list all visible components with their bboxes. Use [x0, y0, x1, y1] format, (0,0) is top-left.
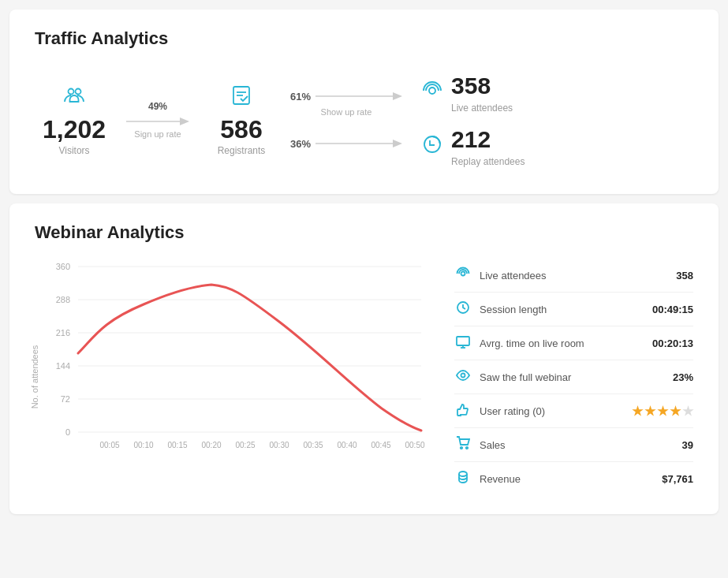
- visitors-metric: 1,202 Visitors: [35, 84, 114, 156]
- svg-text:216: 216: [56, 328, 70, 337]
- replay-pct-block: 36%: [290, 138, 311, 150]
- stat-rating-name: User rating (0): [480, 405, 624, 417]
- showup-rate-label: Show up rate: [321, 107, 372, 117]
- svg-text:00:10: 00:10: [133, 441, 153, 449]
- live-arrow: [315, 88, 402, 104]
- svg-marker-10: [393, 140, 402, 147]
- svg-text:00:05: 00:05: [99, 441, 119, 449]
- stat-live-value: 358: [676, 270, 693, 282]
- live-stat-icon: [454, 267, 472, 284]
- screen-stat-icon: [454, 334, 472, 352]
- stats-table: Live attendees 358 Session length 00:49:…: [454, 259, 693, 495]
- visitors-icon: [63, 84, 85, 112]
- stat-full-name: Saw the full webinar: [480, 371, 665, 383]
- live-attendees-metric: 358 Live attendees: [421, 73, 525, 114]
- svg-point-0: [69, 88, 74, 94]
- right-metrics: 358 Live attendees 212: [421, 73, 525, 167]
- svg-point-43: [459, 472, 467, 476]
- replay-pct-text: 36%: [290, 138, 311, 150]
- stat-sales-name: Sales: [480, 439, 674, 451]
- live-fork-row: 61%: [290, 88, 402, 104]
- stat-rating-stars: ★ ★ ★ ★ ★: [632, 404, 693, 419]
- registrants-metric: 586 Registrants: [202, 84, 281, 156]
- signup-rate-pct: 49%: [148, 101, 167, 112]
- stat-session-length: Session length 00:49:15: [454, 293, 693, 326]
- replay-attendees-label: Replay attendees: [451, 156, 525, 167]
- svg-text:00:50: 00:50: [405, 441, 424, 449]
- cart-stat-icon: [454, 436, 472, 453]
- live-attendees-icon: [421, 80, 443, 106]
- star-3: ★: [657, 404, 668, 419]
- visitors-label: Visitors: [58, 145, 89, 156]
- stat-live-attendees: Live attendees 358: [454, 259, 693, 293]
- stat-full-value: 23%: [673, 371, 693, 383]
- stat-revenue: Revenue $7,761: [454, 462, 693, 495]
- replay-attendees-value: 212: [451, 126, 525, 153]
- stat-session-value: 00:49:15: [652, 304, 693, 315]
- webinar-analytics-section: Webinar Analytics No. of attendees 360 2…: [9, 203, 719, 514]
- svg-text:72: 72: [61, 394, 70, 404]
- registrants-icon: [230, 84, 252, 112]
- replay-attendees-icon: [421, 133, 443, 160]
- stat-sales: Sales 39: [454, 428, 693, 462]
- svg-text:00:40: 00:40: [337, 441, 357, 449]
- live-pct-text: 61%: [290, 91, 311, 103]
- signup-rate-arrow: 49% Sign up rate: [126, 101, 189, 139]
- registrants-value: 586: [220, 117, 262, 142]
- svg-text:00:25: 00:25: [235, 441, 255, 449]
- stat-revenue-value: $7,761: [662, 473, 693, 485]
- svg-text:00:15: 00:15: [167, 441, 187, 449]
- traffic-flow: 1,202 Visitors 49% Sign up rate: [35, 65, 693, 175]
- chart-y-label: No. of attendees: [30, 345, 39, 409]
- stat-session-name: Session length: [480, 304, 644, 315]
- svg-text:00:35: 00:35: [303, 441, 323, 449]
- svg-text:360: 360: [56, 262, 70, 271]
- svg-marker-8: [393, 92, 402, 100]
- svg-point-11: [429, 88, 435, 94]
- svg-point-35: [461, 272, 465, 276]
- live-attendees-label: Live attendees: [451, 103, 513, 114]
- stat-avg-time: Avrg. time on live room 00:20:13: [454, 326, 693, 360]
- svg-text:288: 288: [56, 295, 70, 304]
- attendees-chart: 360 288 216 144 72 0 00:05 00:10 00:15: [35, 259, 429, 464]
- visitors-value: 1,202: [43, 117, 106, 142]
- svg-marker-3: [180, 117, 189, 125]
- replay-fork-row: 36%: [290, 136, 402, 151]
- traffic-analytics-section: Traffic Analytics 1,202 Visitors: [9, 9, 719, 194]
- svg-text:00:45: 00:45: [371, 441, 390, 449]
- clock-stat-icon: [454, 300, 472, 318]
- stat-full-webinar: Saw the full webinar 23%: [454, 360, 693, 394]
- stars-container: ★ ★ ★ ★ ★: [632, 404, 693, 419]
- stat-live-name: Live attendees: [480, 270, 668, 282]
- svg-text:144: 144: [56, 361, 70, 371]
- stat-revenue-name: Revenue: [480, 473, 654, 485]
- registrants-label: Registrants: [218, 145, 266, 156]
- svg-point-1: [76, 88, 81, 94]
- live-attendees-info: 358 Live attendees: [451, 73, 513, 114]
- replay-arrow: [315, 136, 402, 151]
- stat-user-rating: User rating (0) ★ ★ ★ ★ ★: [454, 394, 693, 428]
- stat-avg-value: 00:20:13: [652, 337, 693, 349]
- chart-area: No. of attendees 360 288 216 144 72 0: [35, 259, 429, 495]
- page: Traffic Analytics 1,202 Visitors: [0, 9, 728, 578]
- svg-text:00:30: 00:30: [269, 441, 289, 449]
- live-attendees-value: 358: [451, 73, 513, 99]
- traffic-title: Traffic Analytics: [35, 28, 693, 49]
- star-5: ★: [682, 404, 693, 419]
- replay-attendees-metric: 212 Replay attendees: [421, 126, 525, 167]
- stat-avg-name: Avrg. time on live room: [480, 337, 644, 349]
- thumb-stat-icon: [454, 402, 472, 420]
- svg-rect-37: [457, 337, 469, 345]
- star-4: ★: [670, 404, 681, 419]
- money-stat-icon: [454, 470, 472, 487]
- svg-text:0: 0: [65, 427, 70, 437]
- showup-fork: 61% Show up rate 36%: [290, 88, 402, 151]
- svg-point-42: [466, 447, 468, 449]
- star-1: ★: [632, 404, 643, 419]
- live-pct-block: 61%: [290, 91, 311, 103]
- svg-text:00:20: 00:20: [201, 441, 221, 449]
- webinar-title: Webinar Analytics: [35, 222, 693, 243]
- star-2: ★: [644, 404, 655, 419]
- signup-rate-label: Sign up rate: [134, 129, 181, 139]
- eye-stat-icon: [454, 368, 472, 386]
